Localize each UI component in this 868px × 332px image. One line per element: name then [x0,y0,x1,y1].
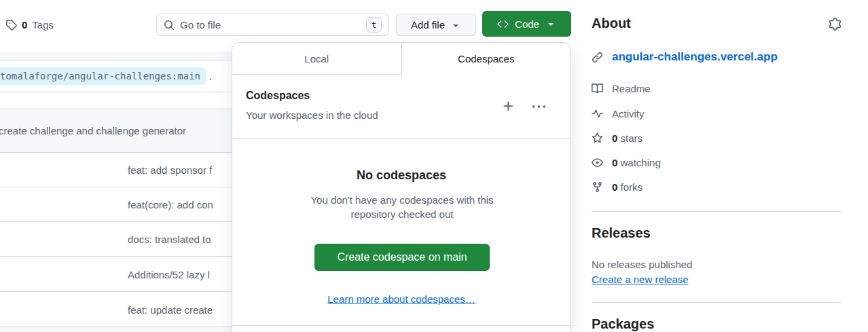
packages-title: Packages [592,316,654,332]
latest-commit-bar: create challenge and challenge generator [0,109,232,153]
latest-commit-message[interactable]: create challenge and challenge generator [0,125,186,136]
add-file-button[interactable]: Add file [396,14,476,36]
star-icon [592,132,603,144]
fork-icon [592,181,603,193]
table-row[interactable]: docs: translated to [0,223,232,257]
forks-word: forks [621,181,643,193]
code-dropdown-tabbar: Local Codespaces [232,43,571,75]
link-icon [592,52,603,63]
banner-suffix: . [209,71,212,82]
row-commit-message[interactable]: Additions/52 lazy l [128,269,210,280]
branch-status-banner: tomalaforge/angular-challenges:main . [0,60,232,92]
new-codespace-button[interactable] [502,100,515,113]
about-title: About [592,16,631,31]
add-file-label: Add file [411,19,445,31]
row-commit-message[interactable]: feat: add sponsor f [128,164,212,176]
website-row: angular-challenges.vercel.app [592,49,778,65]
repo-page: 0 Tags t Add file Code tomalaforge/angul… [0,0,868,332]
row-commit-message[interactable]: docs: translated to [128,234,211,245]
code-icon [497,18,509,30]
table-row[interactable]: Additions/52 lazy l [0,257,232,292]
sidebar-divider [592,211,841,212]
pulse-icon [592,108,603,119]
gear-icon[interactable] [829,18,842,31]
plus-icon [502,100,515,113]
forks-label: 0 forks [612,181,643,193]
tab-local[interactable]: Local [232,43,402,75]
watching-label: 0 watching [612,157,661,168]
table-row[interactable]: feat: update create [0,293,232,327]
forks-count: 0 [612,181,617,193]
watching-count: 0 [612,157,617,168]
chevron-down-icon [545,18,556,29]
create-codespace-button[interactable]: Create codespace on main [314,244,490,271]
code-button[interactable]: Code [482,11,571,37]
tags-link[interactable]: 0 Tags [5,18,54,31]
watching-row[interactable]: 0 watching [592,154,661,170]
tab-codespaces-label: Codespaces [458,53,514,64]
tags-label: Tags [32,19,54,31]
watching-word: watching [621,157,661,168]
learn-more-link[interactable]: Learn more about codespaces… [327,293,475,305]
activity-label: Activity [612,108,645,119]
table-row[interactable]: feat(core): add con [0,188,232,222]
eye-icon [592,157,603,168]
code-dropdown-panel: Local Codespaces Codespaces Your workspa… [232,42,571,332]
stars-count: 0 [612,132,617,144]
stars-word: stars [621,132,643,144]
tags-count: 0 [22,19,27,31]
no-codespaces-title: No codespaces [232,168,571,183]
learn-more-wrapper: Learn more about codespaces… [232,293,571,305]
go-to-file-search[interactable]: t [156,14,388,36]
tab-codespaces[interactable]: Codespaces [402,43,571,75]
releases-title: Releases [592,225,651,241]
upstream-ref-chip: tomalaforge/angular-challenges:main [0,67,206,85]
upper-banner-strip [0,52,232,60]
readme-row[interactable]: Readme [592,80,651,96]
chevron-down-icon [450,20,461,31]
create-release-link[interactable]: Create a new release [592,274,689,285]
activity-row[interactable]: Activity [592,105,645,122]
tag-icon [5,19,17,31]
kebab-horizontal-icon [532,100,545,113]
stars-label: 0 stars [612,132,643,144]
search-icon [164,20,175,31]
row-commit-message[interactable]: feat: update create [128,304,213,316]
shortcut-key-badge: t [366,17,382,33]
table-row[interactable]: feat: add sponsor f [0,153,232,187]
forks-row[interactable]: 0 forks [592,179,643,195]
tab-local-label: Local [304,53,329,64]
table-footer-strip [0,327,232,332]
code-button-label: Code [515,18,539,30]
codespaces-header-title: Codespaces [246,90,310,102]
releases-empty-text: No releases published [592,259,692,270]
row-commit-message[interactable]: feat(core): add con [128,199,213,210]
readme-label: Readme [612,83,651,94]
panel-divider [232,138,571,139]
codespaces-header-subtitle: Your workspaces in the cloud [246,109,378,121]
search-input[interactable] [180,19,366,31]
book-icon [592,83,603,94]
codespaces-options-button[interactable] [532,100,545,113]
no-codespaces-description: You don't have any codespaces with this … [300,193,504,221]
stars-row[interactable]: 0 stars [592,130,643,146]
repo-website-link[interactable]: angular-challenges.vercel.app [612,50,778,64]
sidebar-divider [592,302,841,303]
create-codespace-label: Create codespace on main [337,251,467,263]
panel-bottom-divider [232,325,571,326]
